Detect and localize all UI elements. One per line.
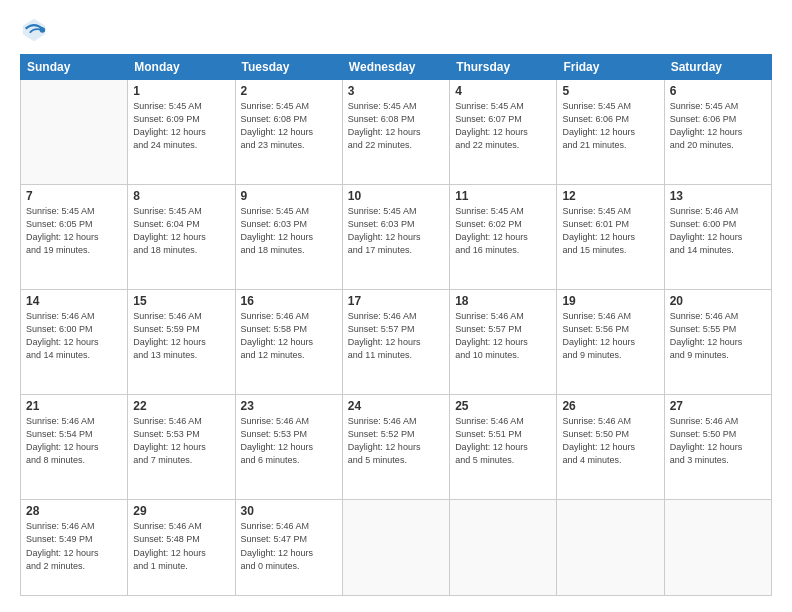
calendar-cell: 12Sunrise: 5:45 AM Sunset: 6:01 PM Dayli… <box>557 185 664 290</box>
calendar-cell: 27Sunrise: 5:46 AM Sunset: 5:50 PM Dayli… <box>664 395 771 500</box>
calendar-cell: 28Sunrise: 5:46 AM Sunset: 5:49 PM Dayli… <box>21 500 128 596</box>
calendar-week-4: 28Sunrise: 5:46 AM Sunset: 5:49 PM Dayli… <box>21 500 772 596</box>
calendar-cell: 14Sunrise: 5:46 AM Sunset: 6:00 PM Dayli… <box>21 290 128 395</box>
calendar-cell: 1Sunrise: 5:45 AM Sunset: 6:09 PM Daylig… <box>128 80 235 185</box>
page: SundayMondayTuesdayWednesdayThursdayFrid… <box>0 0 792 612</box>
header <box>20 16 772 44</box>
day-number: 12 <box>562 189 658 203</box>
day-number: 9 <box>241 189 337 203</box>
day-number: 7 <box>26 189 122 203</box>
day-info: Sunrise: 5:45 AM Sunset: 6:08 PM Dayligh… <box>348 100 444 152</box>
weekday-header-tuesday: Tuesday <box>235 55 342 80</box>
svg-point-1 <box>40 27 46 33</box>
day-number: 19 <box>562 294 658 308</box>
day-info: Sunrise: 5:45 AM Sunset: 6:01 PM Dayligh… <box>562 205 658 257</box>
day-info: Sunrise: 5:45 AM Sunset: 6:03 PM Dayligh… <box>348 205 444 257</box>
day-info: Sunrise: 5:46 AM Sunset: 5:57 PM Dayligh… <box>455 310 551 362</box>
calendar-cell: 29Sunrise: 5:46 AM Sunset: 5:48 PM Dayli… <box>128 500 235 596</box>
day-info: Sunrise: 5:46 AM Sunset: 5:49 PM Dayligh… <box>26 520 122 572</box>
day-number: 20 <box>670 294 766 308</box>
day-number: 11 <box>455 189 551 203</box>
calendar-cell: 13Sunrise: 5:46 AM Sunset: 6:00 PM Dayli… <box>664 185 771 290</box>
weekday-header-saturday: Saturday <box>664 55 771 80</box>
calendar-cell <box>21 80 128 185</box>
day-info: Sunrise: 5:46 AM Sunset: 6:00 PM Dayligh… <box>670 205 766 257</box>
day-number: 6 <box>670 84 766 98</box>
calendar-cell: 8Sunrise: 5:45 AM Sunset: 6:04 PM Daylig… <box>128 185 235 290</box>
calendar-cell: 26Sunrise: 5:46 AM Sunset: 5:50 PM Dayli… <box>557 395 664 500</box>
day-number: 28 <box>26 504 122 518</box>
calendar-table: SundayMondayTuesdayWednesdayThursdayFrid… <box>20 54 772 596</box>
day-info: Sunrise: 5:46 AM Sunset: 5:48 PM Dayligh… <box>133 520 229 572</box>
day-number: 8 <box>133 189 229 203</box>
weekday-header-friday: Friday <box>557 55 664 80</box>
day-number: 30 <box>241 504 337 518</box>
day-number: 5 <box>562 84 658 98</box>
day-info: Sunrise: 5:46 AM Sunset: 5:53 PM Dayligh… <box>241 415 337 467</box>
calendar-cell: 3Sunrise: 5:45 AM Sunset: 6:08 PM Daylig… <box>342 80 449 185</box>
calendar-week-3: 21Sunrise: 5:46 AM Sunset: 5:54 PM Dayli… <box>21 395 772 500</box>
calendar-week-2: 14Sunrise: 5:46 AM Sunset: 6:00 PM Dayli… <box>21 290 772 395</box>
day-number: 3 <box>348 84 444 98</box>
weekday-header-monday: Monday <box>128 55 235 80</box>
calendar-cell: 6Sunrise: 5:45 AM Sunset: 6:06 PM Daylig… <box>664 80 771 185</box>
day-info: Sunrise: 5:46 AM Sunset: 6:00 PM Dayligh… <box>26 310 122 362</box>
calendar-cell: 23Sunrise: 5:46 AM Sunset: 5:53 PM Dayli… <box>235 395 342 500</box>
weekday-header-thursday: Thursday <box>450 55 557 80</box>
day-number: 26 <box>562 399 658 413</box>
calendar-cell: 7Sunrise: 5:45 AM Sunset: 6:05 PM Daylig… <box>21 185 128 290</box>
calendar-cell: 10Sunrise: 5:45 AM Sunset: 6:03 PM Dayli… <box>342 185 449 290</box>
calendar-cell: 30Sunrise: 5:46 AM Sunset: 5:47 PM Dayli… <box>235 500 342 596</box>
calendar-cell: 5Sunrise: 5:45 AM Sunset: 6:06 PM Daylig… <box>557 80 664 185</box>
calendar-cell <box>450 500 557 596</box>
day-info: Sunrise: 5:45 AM Sunset: 6:08 PM Dayligh… <box>241 100 337 152</box>
day-number: 24 <box>348 399 444 413</box>
day-number: 14 <box>26 294 122 308</box>
day-number: 25 <box>455 399 551 413</box>
calendar-cell: 20Sunrise: 5:46 AM Sunset: 5:55 PM Dayli… <box>664 290 771 395</box>
calendar-cell: 24Sunrise: 5:46 AM Sunset: 5:52 PM Dayli… <box>342 395 449 500</box>
day-info: Sunrise: 5:46 AM Sunset: 5:50 PM Dayligh… <box>562 415 658 467</box>
calendar-cell: 18Sunrise: 5:46 AM Sunset: 5:57 PM Dayli… <box>450 290 557 395</box>
calendar-cell: 9Sunrise: 5:45 AM Sunset: 6:03 PM Daylig… <box>235 185 342 290</box>
calendar-body: 1Sunrise: 5:45 AM Sunset: 6:09 PM Daylig… <box>21 80 772 596</box>
day-info: Sunrise: 5:45 AM Sunset: 6:04 PM Dayligh… <box>133 205 229 257</box>
day-info: Sunrise: 5:46 AM Sunset: 5:47 PM Dayligh… <box>241 520 337 572</box>
calendar-cell: 21Sunrise: 5:46 AM Sunset: 5:54 PM Dayli… <box>21 395 128 500</box>
logo <box>20 16 52 44</box>
day-info: Sunrise: 5:45 AM Sunset: 6:07 PM Dayligh… <box>455 100 551 152</box>
calendar-cell: 19Sunrise: 5:46 AM Sunset: 5:56 PM Dayli… <box>557 290 664 395</box>
logo-icon <box>20 16 48 44</box>
day-info: Sunrise: 5:45 AM Sunset: 6:03 PM Dayligh… <box>241 205 337 257</box>
weekday-header-row: SundayMondayTuesdayWednesdayThursdayFrid… <box>21 55 772 80</box>
day-number: 2 <box>241 84 337 98</box>
calendar-header: SundayMondayTuesdayWednesdayThursdayFrid… <box>21 55 772 80</box>
day-number: 13 <box>670 189 766 203</box>
calendar-cell: 2Sunrise: 5:45 AM Sunset: 6:08 PM Daylig… <box>235 80 342 185</box>
calendar-cell: 17Sunrise: 5:46 AM Sunset: 5:57 PM Dayli… <box>342 290 449 395</box>
day-number: 22 <box>133 399 229 413</box>
day-info: Sunrise: 5:46 AM Sunset: 5:53 PM Dayligh… <box>133 415 229 467</box>
day-info: Sunrise: 5:46 AM Sunset: 5:51 PM Dayligh… <box>455 415 551 467</box>
day-info: Sunrise: 5:46 AM Sunset: 5:59 PM Dayligh… <box>133 310 229 362</box>
weekday-header-wednesday: Wednesday <box>342 55 449 80</box>
day-number: 21 <box>26 399 122 413</box>
calendar-cell <box>664 500 771 596</box>
calendar-cell: 25Sunrise: 5:46 AM Sunset: 5:51 PM Dayli… <box>450 395 557 500</box>
day-info: Sunrise: 5:45 AM Sunset: 6:09 PM Dayligh… <box>133 100 229 152</box>
day-info: Sunrise: 5:46 AM Sunset: 5:57 PM Dayligh… <box>348 310 444 362</box>
day-info: Sunrise: 5:46 AM Sunset: 5:56 PM Dayligh… <box>562 310 658 362</box>
day-number: 17 <box>348 294 444 308</box>
calendar-cell: 15Sunrise: 5:46 AM Sunset: 5:59 PM Dayli… <box>128 290 235 395</box>
day-info: Sunrise: 5:46 AM Sunset: 5:55 PM Dayligh… <box>670 310 766 362</box>
day-number: 18 <box>455 294 551 308</box>
calendar-week-1: 7Sunrise: 5:45 AM Sunset: 6:05 PM Daylig… <box>21 185 772 290</box>
day-info: Sunrise: 5:46 AM Sunset: 5:58 PM Dayligh… <box>241 310 337 362</box>
day-number: 15 <box>133 294 229 308</box>
day-info: Sunrise: 5:45 AM Sunset: 6:05 PM Dayligh… <box>26 205 122 257</box>
day-info: Sunrise: 5:45 AM Sunset: 6:06 PM Dayligh… <box>562 100 658 152</box>
calendar-cell <box>342 500 449 596</box>
calendar-cell: 4Sunrise: 5:45 AM Sunset: 6:07 PM Daylig… <box>450 80 557 185</box>
day-number: 27 <box>670 399 766 413</box>
day-number: 1 <box>133 84 229 98</box>
